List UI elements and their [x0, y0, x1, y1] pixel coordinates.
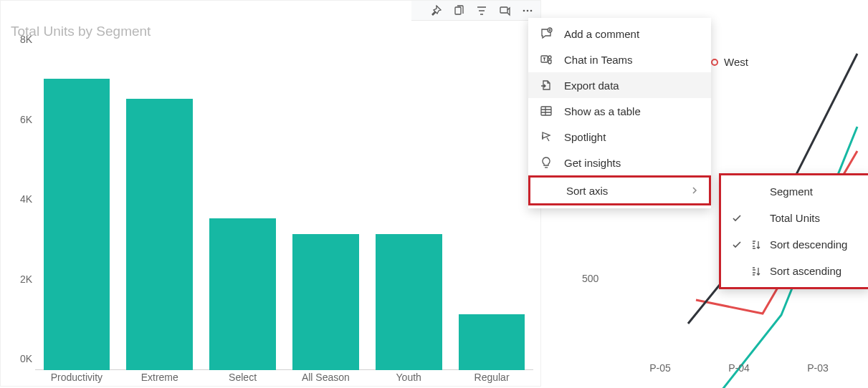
check-slot	[731, 266, 743, 277]
submenu-sort-descending[interactable]: Sort descending	[721, 231, 868, 258]
svg-rect-0	[455, 7, 461, 14]
bar-slot	[284, 51, 367, 370]
legend-dot-icon	[711, 59, 718, 66]
x-tick: Select	[201, 372, 285, 384]
plot-area	[35, 51, 533, 370]
bars-container	[35, 51, 533, 370]
menu-item-label: Segment	[770, 185, 813, 198]
menu-sort-axis[interactable]: Sort axis	[528, 175, 711, 205]
menu-item-label: Chat in Teams	[564, 54, 633, 66]
menu-item-label: Add a comment	[564, 28, 639, 40]
check-icon	[731, 239, 743, 251]
svg-rect-8	[541, 107, 551, 115]
x-axis: P-05 P-04 P-03	[621, 362, 857, 374]
export-icon	[538, 77, 554, 93]
y-tick: 6K	[20, 114, 32, 125]
menu-spotlight[interactable]: Spotlight	[528, 124, 711, 150]
bar-slot	[450, 51, 533, 370]
submenu-segment[interactable]: Segment	[721, 178, 868, 205]
comment-icon	[538, 26, 554, 42]
x-tick: P-05	[621, 362, 700, 374]
check-slot	[731, 186, 743, 198]
y-tick: 4K	[20, 193, 32, 205]
spotlight-icon	[538, 129, 554, 145]
more-options-icon[interactable]	[520, 4, 535, 18]
submenu-sort-ascending[interactable]: Sort ascending	[721, 258, 868, 284]
x-tick: Regular	[450, 372, 533, 384]
y-tick: 500	[582, 273, 598, 284]
bar-select[interactable]	[209, 218, 276, 370]
svg-point-3	[527, 9, 529, 11]
x-tick: All Season	[284, 372, 367, 384]
bar-slot	[118, 51, 201, 370]
svg-rect-1	[500, 7, 507, 13]
bar-all-season[interactable]	[292, 234, 359, 370]
bar-extreme[interactable]	[126, 99, 193, 370]
teams-icon	[538, 52, 554, 67]
lightbulb-icon	[538, 155, 554, 170]
svg-point-2	[523, 9, 525, 11]
copy-icon[interactable]	[452, 4, 466, 18]
bar-slot	[201, 51, 285, 370]
menu-item-label: Export data	[564, 79, 619, 92]
x-tick: Extreme	[118, 372, 201, 384]
menu-get-insights[interactable]: Get insights	[528, 150, 711, 175]
bar-regular[interactable]	[459, 314, 525, 370]
menu-show-table[interactable]: Show as a table	[528, 98, 711, 124]
context-menu: Add a comment Chat in Teams Export data …	[528, 18, 711, 208]
menu-item-label: Sort descending	[770, 238, 847, 251]
icon-slot	[750, 185, 763, 198]
pin-icon[interactable]	[429, 4, 443, 18]
legend-item-west[interactable]: West	[711, 56, 748, 68]
menu-export-data[interactable]: Export data	[528, 72, 711, 98]
menu-add-comment[interactable]: Add a comment	[528, 21, 711, 47]
menu-item-label: Sort axis	[566, 185, 608, 197]
chevron-right-icon	[690, 185, 699, 197]
x-tick: P-04	[700, 362, 778, 374]
y-axis: 0K 2K 4K 6K 8K	[8, 51, 32, 370]
menu-chat-teams[interactable]: Chat in Teams	[528, 47, 711, 72]
x-tick: P-03	[778, 362, 857, 374]
sort-ascending-icon	[750, 265, 763, 278]
x-tick: Productivity	[35, 372, 118, 384]
table-icon	[538, 103, 554, 119]
y-tick: 8K	[20, 34, 32, 45]
sort-descending-icon	[750, 238, 763, 251]
submenu-total-units[interactable]: Total Units	[721, 205, 868, 231]
bar-chart-card: Total Units by Segment 0K 2K 4K 6K 8K Pr…	[0, 0, 541, 387]
menu-item-label: Total Units	[770, 212, 820, 224]
bar-slot	[367, 51, 450, 370]
filter-icon[interactable]	[474, 4, 489, 18]
focus-mode-icon[interactable]	[497, 4, 512, 18]
visual-toolbar	[411, 1, 540, 21]
icon-slot	[750, 212, 763, 225]
check-icon	[731, 213, 743, 224]
bar-slot	[35, 51, 118, 370]
menu-item-label: Show as a table	[564, 105, 641, 117]
y-tick: 0K	[20, 353, 32, 364]
menu-item-label: Spotlight	[564, 131, 606, 143]
y-tick: 2K	[20, 273, 32, 285]
svg-point-4	[530, 9, 533, 11]
x-axis: Productivity Extreme Select All Season Y…	[35, 372, 533, 384]
bar-productivity[interactable]	[44, 79, 110, 370]
menu-item-label: Sort ascending	[770, 265, 841, 277]
svg-point-7	[548, 56, 551, 59]
legend-label: West	[724, 56, 748, 68]
bar-youth[interactable]	[376, 234, 442, 370]
menu-item-label: Get insights	[564, 157, 621, 169]
sort-axis-submenu: Segment Total Units Sort descending Sort…	[719, 173, 868, 289]
x-tick: Youth	[367, 372, 450, 384]
